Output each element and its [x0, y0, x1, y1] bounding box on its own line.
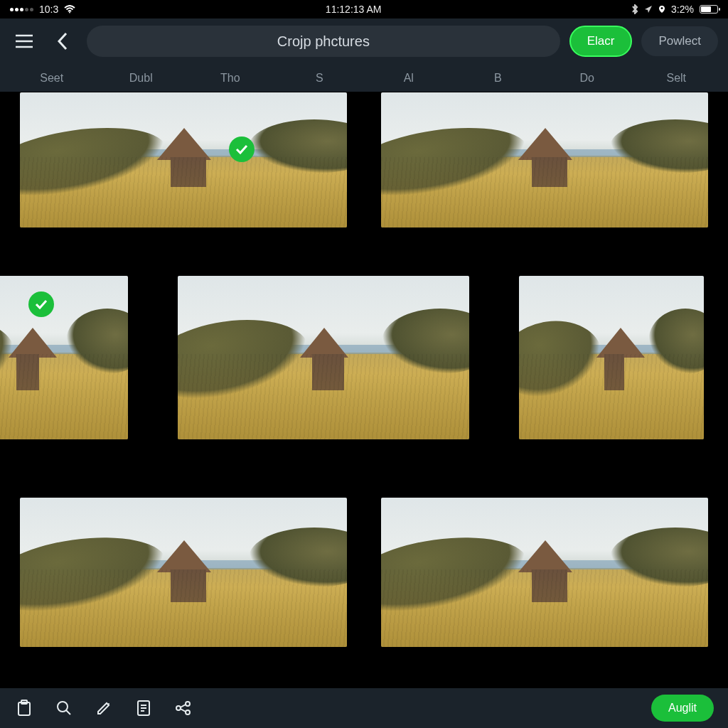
photo-thumb[interactable] [178, 276, 469, 439]
page-title-label: Crojp phctures [277, 33, 370, 50]
photo-thumb[interactable] [381, 498, 708, 647]
primary-action-button[interactable]: Elacr [570, 26, 632, 56]
share-icon [175, 701, 192, 715]
tab-label: Tho [220, 72, 240, 84]
tab-label: B [494, 72, 502, 84]
svg-point-8 [186, 702, 190, 706]
photo-thumb[interactable] [20, 92, 347, 228]
svg-point-9 [186, 710, 190, 714]
tab-item[interactable]: S [275, 72, 365, 85]
tab-bar: Seet Dubl Tho S Al B Do Selt [0, 64, 728, 92]
menu-button[interactable] [10, 27, 38, 55]
location-pin-icon [658, 5, 665, 14]
tab-item[interactable]: Selt [632, 72, 722, 85]
search-button[interactable] [54, 698, 74, 718]
svg-point-1 [661, 7, 663, 9]
tab-label: Seet [40, 72, 63, 84]
bluetooth-icon [631, 4, 638, 14]
svg-point-7 [176, 706, 181, 710]
status-left-time: 10:3 [39, 4, 58, 15]
clipboard-icon [16, 700, 32, 717]
hamburger-icon [15, 34, 33, 48]
magnifier-icon [56, 700, 72, 716]
battery-icon [700, 5, 718, 14]
photo-thumb[interactable] [0, 276, 128, 439]
photo-thumb[interactable] [381, 92, 708, 228]
status-battery-pct: 3:2% [671, 4, 694, 15]
pencil-icon [96, 700, 112, 716]
app-header: Crojp phctures Elacr Powlect [0, 18, 728, 64]
secondary-action-label: Powlect [658, 34, 701, 48]
clipboard-button[interactable] [14, 698, 34, 718]
photo-thumb[interactable] [20, 498, 347, 647]
tab-label: Do [580, 72, 594, 84]
status-bar: 10:3 11:12:13 AM 3:2% [0, 0, 728, 18]
tab-label: S [316, 72, 323, 84]
status-center-time: 11:12:13 AM [326, 4, 382, 15]
page-title[interactable]: Crojp phctures [87, 26, 560, 57]
tab-item[interactable]: B [454, 72, 543, 85]
svg-point-4 [58, 702, 68, 712]
edit-button[interactable] [94, 698, 114, 718]
tab-item[interactable]: Do [542, 72, 632, 85]
apply-button-label: Auglit [668, 702, 697, 714]
document-button[interactable] [134, 698, 154, 718]
selected-check-icon [229, 136, 255, 162]
share-button[interactable] [173, 698, 193, 718]
tab-item[interactable]: Dubl [97, 72, 186, 85]
svg-point-5 [108, 703, 109, 705]
tab-label: Al [404, 72, 414, 84]
svg-point-0 [69, 12, 70, 14]
wifi-icon [64, 5, 75, 14]
primary-action-label: Elacr [587, 34, 615, 48]
tab-label: Dubl [129, 72, 153, 84]
selected-check-icon [28, 291, 54, 317]
location-arrow-icon [644, 5, 653, 14]
document-icon [136, 700, 151, 717]
back-button[interactable] [48, 27, 77, 55]
photo-thumb[interactable] [519, 276, 704, 439]
secondary-action-button[interactable]: Powlect [641, 26, 718, 56]
photo-gallery [0, 92, 728, 688]
tab-item[interactable]: Al [364, 72, 454, 85]
tab-item[interactable]: Tho [186, 72, 275, 85]
signal-dots-icon [10, 8, 33, 11]
bottom-toolbar: Auglit [0, 688, 728, 728]
chevron-left-icon [57, 32, 68, 50]
tab-label: Selt [666, 72, 686, 84]
apply-button[interactable]: Auglit [651, 695, 714, 722]
tab-item[interactable]: Seet [7, 72, 97, 85]
